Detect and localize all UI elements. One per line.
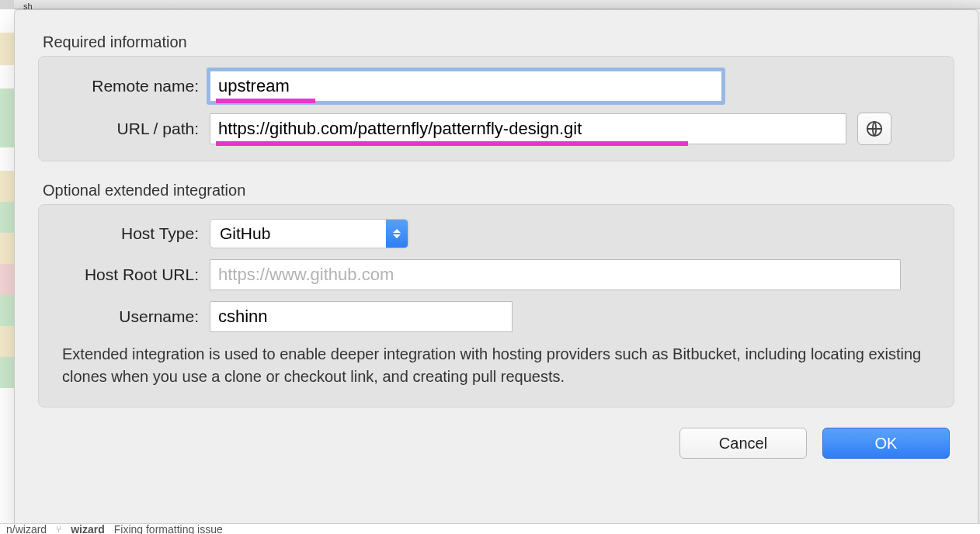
gutter: [0, 0, 14, 534]
browse-url-button[interactable]: [857, 113, 891, 145]
commit-message: Fixing formatting issue: [114, 523, 223, 535]
optional-panel: Host Type: GitHub Host Root URL: Usernam…: [38, 204, 954, 407]
host-root-url-label: Host Root URL:: [54, 265, 210, 284]
highlight-underline: [216, 141, 688, 146]
username-input[interactable]: [210, 301, 513, 332]
required-panel: Remote name: URL / path:: [38, 56, 954, 161]
branch-name-2: wizard: [71, 523, 105, 535]
required-section-label: Required information: [43, 33, 954, 51]
extended-integration-description: Extended integration is used to enable d…: [62, 343, 938, 388]
optional-section-label: Optional extended integration: [43, 182, 954, 199]
globe-icon: [866, 120, 883, 137]
branch-icon: ⑂: [56, 524, 61, 535]
add-remote-dialog: Required information Remote name: URL / …: [14, 9, 978, 529]
url-path-label: URL / path:: [54, 120, 210, 138]
host-type-label: Host Type:: [54, 224, 210, 243]
dialog-button-row: Cancel OK: [38, 428, 954, 459]
url-path-input[interactable]: [210, 113, 846, 144]
cancel-button[interactable]: Cancel: [679, 428, 807, 459]
branch-name: n/wizard: [6, 523, 47, 535]
host-root-url-input[interactable]: [210, 259, 901, 290]
select-arrows-icon: [386, 219, 408, 248]
status-bar: n/wizard ⑂ wizard Fixing formatting issu…: [0, 523, 980, 534]
host-type-value: GitHub: [210, 224, 386, 243]
ok-button[interactable]: OK: [822, 428, 950, 459]
remote-name-label: Remote name:: [54, 77, 210, 95]
window-titlebar: sh: [0, 0, 980, 9]
host-type-select[interactable]: GitHub: [210, 219, 408, 248]
highlight-underline: [216, 99, 315, 103]
username-label: Username:: [54, 307, 210, 326]
remote-name-input[interactable]: [210, 71, 722, 102]
